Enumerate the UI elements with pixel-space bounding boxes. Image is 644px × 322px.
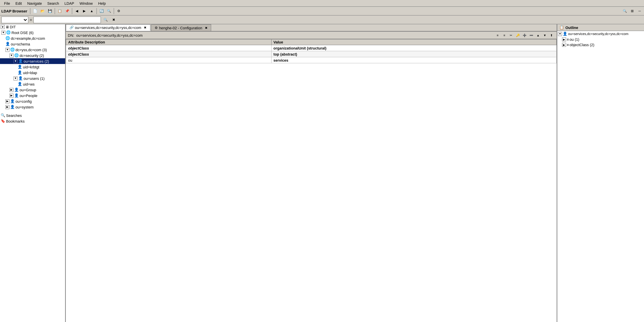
- center-panel: 🔗 ou=services,dc=security,dc=yss,dc=com …: [66, 24, 557, 322]
- dn-toolbar: ≡ ≡ ✂ 🔑 ➕ ➖ ▲ ▼ ⬆: [494, 32, 554, 38]
- outline-item-ou[interactable]: ▶ ≡ ou (1): [557, 37, 644, 42]
- attr-val-0: organizationalUnit (structural): [271, 45, 556, 51]
- expand-ou-services[interactable]: ▼: [14, 59, 18, 63]
- attr-row-0[interactable]: objectClassorganizationalUnit (structura…: [66, 45, 556, 51]
- tree-ou-schema[interactable]: 👤 ou=schema: [0, 41, 65, 47]
- toolbar-refresh-btn[interactable]: 🔄: [98, 7, 105, 14]
- dn-label: DN:: [68, 33, 74, 37]
- outline-item-objectclass[interactable]: ▶ ≡ objectClass (2): [557, 42, 644, 47]
- tree-uid-krbtgt[interactable]: 👤 uid=krbtgt: [0, 64, 65, 70]
- toolbar-sep-3: [72, 8, 72, 14]
- tab-config[interactable]: ⚙ henghe-02 - Configuration ✖: [151, 24, 211, 31]
- search-attr-select[interactable]: [1, 16, 28, 23]
- menu-file[interactable]: File: [1, 0, 13, 6]
- tree-dc-security[interactable]: ▼ 🌐 dc=security (2): [0, 53, 65, 58]
- tree-ou-system[interactable]: ▶ 👤 ou=system: [0, 104, 65, 110]
- tab-icon-0: 🔗: [70, 26, 74, 29]
- dn-btn-up[interactable]: ▲: [535, 32, 541, 38]
- dit-root-label: DIT: [10, 25, 16, 29]
- attr-data-table: Attribute Description Value objectClasso…: [66, 39, 557, 63]
- expand-ou-users[interactable]: ▼: [14, 76, 18, 80]
- dn-btn-copy[interactable]: 🔑: [515, 32, 521, 38]
- tab-ou-services[interactable]: 🔗 ou=services,dc=security,dc=yss,dc=com …: [66, 24, 150, 31]
- tab-close-0[interactable]: ✖: [144, 26, 146, 29]
- search-go-btn[interactable]: 🔍: [102, 16, 109, 23]
- dn-btn-align2[interactable]: ≡: [501, 32, 507, 38]
- menu-window[interactable]: Window: [77, 0, 95, 6]
- tree-ou-people[interactable]: ▶ 👤 ou=People: [0, 93, 65, 98]
- right-panel-outline: 📋 Outline ▼ 👤 ou=services,dc=security,dc…: [557, 24, 644, 322]
- tree-uid-ldap[interactable]: 👤 uid=ldap: [0, 70, 65, 75]
- menu-navigate[interactable]: Navigate: [24, 0, 44, 6]
- tree-ou-users[interactable]: ▼ 👤 ou=users (1): [0, 75, 65, 81]
- toolbar-save-btn[interactable]: 💾: [46, 7, 53, 14]
- tree-root-dse[interactable]: ▼ 🌐 Root DSE (6): [0, 30, 65, 35]
- expand-ou-group[interactable]: ▶: [10, 88, 14, 92]
- tree-label-ou-group: ou=Group: [20, 88, 36, 92]
- expand-outline-oc[interactable]: ▶: [562, 43, 566, 47]
- outline-icon: 📋: [559, 25, 564, 30]
- tree-bookmarks[interactable]: 🔖 Bookmarks: [0, 118, 65, 124]
- search-clear-btn[interactable]: ✖: [110, 16, 117, 23]
- tree-label-ou-schema: ou=schema: [11, 42, 30, 46]
- dn-btn-del[interactable]: ➖: [528, 32, 534, 38]
- tree-dc-yss[interactable]: ▼ 🌐 dc=yss,dc=com (3): [0, 47, 65, 53]
- tree-label-root-dse: Root DSE (6): [12, 30, 34, 34]
- toolbar-search-btn[interactable]: 🔍: [106, 7, 112, 14]
- toolbar-new-btn[interactable]: 📄: [32, 7, 38, 14]
- toolbar-up-btn[interactable]: ▲: [88, 7, 95, 14]
- tree-dc-example[interactable]: 🌐 dc=example,dc=com: [0, 35, 65, 41]
- toolbar-forward-btn[interactable]: ▶: [81, 7, 88, 14]
- expand-dit-root[interactable]: ▼: [1, 25, 5, 29]
- tree-searches-label: Searches: [6, 113, 22, 117]
- toolbar-back-btn[interactable]: ◀: [74, 7, 80, 14]
- tab-strip: 🔗 ou=services,dc=security,dc=yss,dc=com …: [66, 24, 557, 32]
- tree-uid-ws[interactable]: 👤 uid=ws: [0, 81, 65, 87]
- expand-ou-system[interactable]: ▶: [6, 105, 10, 109]
- menu-help[interactable]: Help: [96, 0, 108, 6]
- attr-val-2: services: [271, 57, 556, 63]
- toolbar-sep-4: [96, 8, 97, 14]
- expand-ou-people[interactable]: ▶: [10, 93, 14, 98]
- dn-btn-cut[interactable]: ✂: [508, 32, 514, 38]
- dn-btn-down[interactable]: ▼: [542, 32, 548, 38]
- tree-label-ou-users: ou=users (1): [24, 76, 44, 80]
- toolbar-sep-1: [30, 8, 30, 14]
- dn-value: ou=services,dc=security,dc=yss,dc=com: [76, 33, 142, 37]
- tree-ou-config[interactable]: ▶ 👤 ou=config: [0, 98, 65, 104]
- menu-ldap[interactable]: LDAP: [62, 0, 77, 6]
- outline-ou-label: ou (1): [570, 37, 580, 41]
- search-input[interactable]: [34, 16, 101, 23]
- dn-btn-align[interactable]: ≡: [494, 32, 501, 38]
- outline-root[interactable]: ▼ 👤 ou=services,dc=security,dc=yss,dc=co…: [557, 31, 644, 37]
- tree-dit-root[interactable]: ▼ 🖥 DIT: [0, 24, 65, 30]
- main-toolbar: LDAP Browser 📄 📂 💾 📋 📌 ◀ ▶ ▲ 🔄 🔍 ⚙ 🔍 ⊞ ─: [0, 7, 644, 15]
- expand-dc-security[interactable]: ▼: [10, 53, 14, 57]
- tab-close-1[interactable]: ✖: [205, 26, 208, 29]
- attribute-table: Attribute Description Value objectClasso…: [66, 39, 557, 322]
- expand-dc-yss[interactable]: ▼: [6, 48, 10, 52]
- dn-btn-add[interactable]: ➕: [522, 32, 528, 38]
- menu-edit[interactable]: Edit: [13, 0, 24, 6]
- attr-row-1[interactable]: objectClasstop (abstract): [66, 51, 556, 57]
- col-header-attr: Attribute Description: [66, 39, 271, 45]
- toolbar-min-btn[interactable]: ─: [636, 7, 643, 14]
- toolbar-search-icon-btn[interactable]: 🔍: [622, 7, 628, 14]
- toolbar-copy-btn[interactable]: 📋: [56, 7, 63, 14]
- attr-row-2[interactable]: ouservices: [66, 57, 556, 63]
- expand-ou-config[interactable]: ▶: [6, 99, 10, 103]
- toolbar-settings-btn[interactable]: ⚙: [115, 7, 122, 14]
- tree-label-ou-config: ou=config: [16, 99, 32, 103]
- expand-outline-ou[interactable]: ▶: [562, 37, 566, 41]
- tree-ou-group[interactable]: ▶ 👤 ou=Group: [0, 87, 65, 93]
- tree-searches[interactable]: 🔍 Searches: [0, 113, 65, 118]
- menu-search[interactable]: Search: [44, 0, 62, 6]
- dn-btn-max[interactable]: ⬆: [548, 32, 554, 38]
- toolbar-paste-btn[interactable]: 📌: [64, 7, 70, 14]
- toolbar-open-btn[interactable]: 📂: [39, 7, 46, 14]
- expand-outline-root[interactable]: ▼: [558, 32, 562, 36]
- expand-root-dse[interactable]: ▼: [1, 30, 6, 34]
- toolbar-grid-btn[interactable]: ⊞: [629, 7, 636, 14]
- tree-ou-services[interactable]: ▼ 👤 ou=services (2): [0, 58, 65, 64]
- tree-label-ou-system: ou=system: [16, 105, 34, 109]
